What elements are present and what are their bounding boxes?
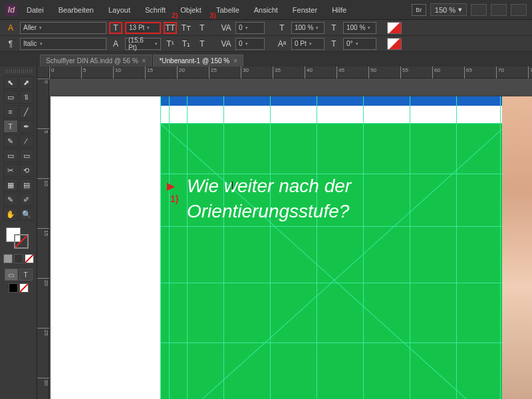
kerning-icon: VA xyxy=(219,22,233,34)
close-icon[interactable]: × xyxy=(142,57,146,65)
skew-select[interactable]: 0°▾ xyxy=(343,38,376,50)
normal-mode-button[interactable]: ▭ xyxy=(5,269,18,281)
headline-text-frame[interactable]: Wie weiter nach der Orientierungsstufe? xyxy=(187,174,351,224)
kerning-select[interactable]: 0▾ xyxy=(235,22,265,34)
tool-brush[interactable]: ∕ xyxy=(19,134,34,148)
tool-page[interactable]: ▭ xyxy=(3,90,18,104)
tool-hand[interactable]: ✋ xyxy=(3,207,18,221)
screen-normal-button[interactable] xyxy=(9,283,18,293)
apply-gradient-button[interactable] xyxy=(14,254,23,263)
panel-handle[interactable] xyxy=(5,69,32,73)
tool-grad2[interactable]: ▤ xyxy=(19,178,34,192)
chevron-down-icon: ▾ xyxy=(309,41,312,47)
ruler-tick: 60 xyxy=(432,66,440,78)
view-options-button[interactable] xyxy=(511,4,527,16)
chevron-down-icon: ▾ xyxy=(245,41,248,47)
stroke-color[interactable] xyxy=(14,234,29,249)
green-frame[interactable] xyxy=(160,123,509,399)
annotation-2: 2) xyxy=(172,11,178,19)
superscript-button[interactable]: T¹ xyxy=(164,38,177,50)
leading-icon: A xyxy=(109,38,122,50)
tool-frame[interactable]: ▭ xyxy=(19,149,34,162)
tool-arrow[interactable]: ⬉ xyxy=(3,76,18,89)
fill-stroke-control[interactable] xyxy=(6,227,31,250)
tool-transform[interactable]: ⟲ xyxy=(19,164,34,177)
ruler-horizontal[interactable]: 051015202530354045505560657075 xyxy=(49,66,532,78)
tab-schulflyer[interactable]: Schulflyer DIN A5.indd @ 56 %× xyxy=(40,55,152,66)
tracking-select[interactable]: 0▾ xyxy=(235,38,265,50)
ruler-tick: 5 xyxy=(37,128,49,133)
chevron-down-icon: ▾ xyxy=(316,25,319,31)
page[interactable]: Wie weiter nach der Orientierungsstufe? … xyxy=(51,96,516,399)
bridge-button[interactable]: Br xyxy=(412,4,426,16)
fill-swatch[interactable] xyxy=(387,22,402,34)
tool-zoom[interactable]: 🔍 xyxy=(19,207,34,221)
character-icon: A xyxy=(4,22,17,34)
menu-schrift[interactable]: Schrift xyxy=(140,3,171,17)
tool-note[interactable]: ✎ xyxy=(3,193,18,206)
tool-pencil[interactable]: ✎ xyxy=(3,134,18,148)
preview-mode-button[interactable]: T xyxy=(19,269,33,281)
horizontal-scale-value: 100 % xyxy=(295,24,313,31)
tool-type[interactable]: T xyxy=(3,120,18,133)
vertical-scale-icon: T xyxy=(327,22,340,34)
font-size-select[interactable]: 13 Pt▾ xyxy=(125,22,161,34)
ruler-tick: 65 xyxy=(464,66,472,78)
ruler-tick: 0 xyxy=(49,66,54,78)
tool-line[interactable]: ╱ xyxy=(19,105,34,118)
ruler-vertical[interactable]: 051015202530 xyxy=(37,78,49,399)
tool-rect[interactable]: ▭ xyxy=(3,149,18,162)
apply-color-button[interactable] xyxy=(3,254,13,263)
ruler-tick: 25 xyxy=(37,328,49,336)
apply-none-button[interactable] xyxy=(25,254,34,263)
tool-grad[interactable]: ▦ xyxy=(3,178,18,192)
all-caps-button[interactable]: TT xyxy=(164,22,177,34)
work-area: ⬉⬈▭⥮≡╱T✒✎∕▭▭✂⟲▦▤✎✐✋🔍 ▭ T 051015202530354… xyxy=(0,66,532,399)
tool-scissors[interactable]: ✂ xyxy=(3,164,18,177)
chevron-down-icon: ▾ xyxy=(245,25,248,31)
menu-bearbeiten[interactable]: Bearbeiten xyxy=(53,3,99,17)
arrange-button[interactable] xyxy=(491,4,507,16)
menu-hilfe[interactable]: Hilfe xyxy=(327,3,352,17)
vertical-scale-select[interactable]: 100 %▾ xyxy=(343,22,376,34)
screen-preview-button[interactable] xyxy=(19,283,29,293)
menu-objekt[interactable]: Objekt xyxy=(175,3,207,17)
leading-select[interactable]: (15,6 Pt)▾ xyxy=(125,38,161,50)
tool-panel: ⬉⬈▭⥮≡╱T✒✎∕▭▭✂⟲▦▤✎✐✋🔍 ▭ T xyxy=(0,66,37,399)
small-caps-button[interactable]: Tᴛ xyxy=(180,22,193,34)
font-style-select[interactable]: Italic▾ xyxy=(20,38,106,50)
chevron-down-icon: ▾ xyxy=(147,25,150,31)
menubar: Id Datei Bearbeiten Layout Schrift Objek… xyxy=(0,0,532,20)
screen-mode-button[interactable] xyxy=(471,4,487,16)
underline-button[interactable]: T xyxy=(196,38,209,50)
horizontal-scale-icon: T xyxy=(275,22,289,34)
tool-eyedrop[interactable]: ✐ xyxy=(19,193,34,206)
subscript-button[interactable]: T₁ xyxy=(180,38,193,50)
leading-value: (15,6 Pt) xyxy=(128,37,152,51)
ruler-origin[interactable] xyxy=(37,66,49,78)
menu-ansicht[interactable]: Ansicht xyxy=(249,3,283,17)
tool-gap[interactable]: ⥮ xyxy=(19,90,34,104)
stroke-swatch[interactable] xyxy=(387,38,402,50)
kerning-value: 0 xyxy=(239,24,243,31)
blue-header-shape[interactable] xyxy=(160,96,509,106)
chevron-down-icon: ▾ xyxy=(39,25,42,31)
tool-text[interactable]: ≡ xyxy=(3,105,18,118)
zoom-select[interactable]: 150 %▾ xyxy=(430,3,467,16)
menu-fenster[interactable]: Fenster xyxy=(287,3,323,17)
baseline-shift-select[interactable]: 0 Pt▾ xyxy=(291,38,325,50)
horizontal-scale-select[interactable]: 100 %▾ xyxy=(291,22,325,34)
zoom-value: 150 % xyxy=(435,6,456,14)
screen-mode-row xyxy=(9,283,29,293)
strikethrough-button[interactable]: T xyxy=(196,22,209,34)
tool-direct[interactable]: ⬈ xyxy=(19,76,34,89)
tool-pen[interactable]: ✒ xyxy=(19,120,34,133)
tracking-icon: VA xyxy=(219,38,233,50)
close-icon[interactable]: × xyxy=(233,57,237,65)
canvas[interactable]: 051015202530354045505560657075 051015202… xyxy=(37,66,532,399)
menu-datei[interactable]: Datei xyxy=(21,3,49,17)
font-family-select[interactable]: Aller▾ xyxy=(20,22,106,34)
tab-unbenannt[interactable]: *Unbenannt-1 @ 150 %× xyxy=(153,55,243,66)
menu-layout[interactable]: Layout xyxy=(103,3,136,17)
ruler-tick: 20 xyxy=(177,66,185,78)
